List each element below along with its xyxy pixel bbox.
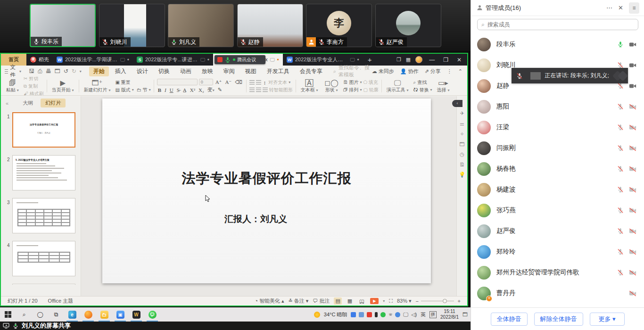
play-options-icon[interactable]: ▾: [383, 299, 385, 303]
outline-tab[interactable]: 大纲: [18, 99, 38, 107]
layout-button[interactable]: ▤ 版式 ▾ 🗀 节 ▾: [115, 87, 150, 93]
wechat-icon[interactable]: 🗩: [144, 307, 160, 322]
member-search-box[interactable]: ⌕: [477, 19, 638, 30]
reading-view-icon[interactable]: 🕮: [358, 298, 366, 305]
clear-format-icon[interactable]: ⌫: [234, 79, 243, 85]
present-tools-button[interactable]: 🖵演示工具 ▾: [385, 79, 411, 93]
smart-graphic-button[interactable]: 转智能图形: [269, 87, 293, 93]
wps-tab-4[interactable]: S2022版法学专...课进程表0801🖵•: [133, 54, 213, 66]
panel-close-icon[interactable]: ✕: [618, 4, 623, 11]
preview-icon[interactable]: 🗔: [55, 68, 60, 74]
tray-qq-icon[interactable]: [395, 312, 400, 317]
video-tile-4[interactable]: 赵静: [237, 4, 303, 47]
play-current-button[interactable]: ▶当页开始 ▾: [50, 79, 76, 93]
zoom-percent[interactable]: 83% ▾: [397, 298, 412, 304]
weather-icon[interactable]: [314, 312, 320, 318]
picture-button[interactable]: 🖻 图片: [343, 79, 359, 86]
member-search-input[interactable]: [487, 21, 634, 28]
zoom-slider[interactable]: [421, 301, 454, 301]
minimize-icon[interactable]: —: [427, 57, 437, 63]
bullet-list-icon[interactable]: [249, 80, 255, 84]
wps-tab-3[interactable]: W2022版法学...学期课程分配表🖵•: [53, 54, 133, 66]
font-size-select[interactable]: 0: [199, 79, 213, 85]
font-color-button[interactable]: ✎: [217, 87, 223, 93]
history-icon[interactable]: ◷: [460, 151, 464, 157]
paste-button[interactable]: 🗐粘贴 ▾: [4, 79, 21, 93]
bold-button[interactable]: B: [157, 87, 162, 93]
highlight-button[interactable]: A̲: [182, 87, 188, 93]
member-row-11[interactable]: 郑玲玲: [471, 241, 644, 262]
menu-tab-会员专享[interactable]: 会员专享: [296, 66, 327, 76]
notes-toggle-button[interactable]: ≛ 备注 ▾: [289, 297, 309, 305]
strikethrough-button[interactable]: S̶: [176, 87, 181, 93]
taskbar-search-icon[interactable]: ⌕: [16, 307, 32, 322]
panel-more-icon[interactable]: ⋯: [606, 4, 612, 11]
save-icon[interactable]: 🖫: [29, 68, 34, 74]
reset-button[interactable]: ▣ 重置: [115, 79, 150, 86]
slides-tab[interactable]: 幻灯片: [41, 99, 66, 107]
sorter-view-icon[interactable]: ▦: [346, 297, 354, 305]
panel-layout-icon[interactable]: ≡: [629, 2, 639, 14]
adjust-icon[interactable]: ⚌: [460, 121, 464, 127]
account-avatar[interactable]: [415, 56, 422, 63]
more-button[interactable]: 更多 ▾: [590, 313, 625, 326]
menu-tab-切换[interactable]: 切换: [154, 66, 174, 76]
tips-icon[interactable]: 💡: [459, 172, 465, 178]
normal-view-icon[interactable]: ▤: [334, 297, 341, 305]
cortana-icon[interactable]: ◯: [32, 307, 48, 322]
member-row-9[interactable]: 张巧燕: [471, 200, 644, 221]
menu-tab-开始[interactable]: 开始: [89, 66, 109, 76]
slide-subtitle-text[interactable]: 汇报人：刘凡义: [102, 213, 409, 225]
format-painter-button[interactable]: 🖌 格式刷: [24, 91, 44, 96]
export-icon[interactable]: ⎙: [38, 68, 42, 74]
notification-center-icon[interactable]: 🗔: [462, 312, 468, 317]
tray-display-icon[interactable]: 🖵: [403, 312, 408, 318]
shrink-font-icon[interactable]: A⁻: [224, 79, 232, 85]
menu-tab-插入[interactable]: 插入: [111, 66, 131, 76]
tray-meeting-icon[interactable]: [351, 312, 356, 317]
cut-button[interactable]: ✂ 剪切: [24, 77, 44, 82]
mute-all-button[interactable]: 全体静音: [491, 313, 528, 326]
collaborate-button[interactable]: 👤 协作: [400, 68, 419, 75]
align-left-icon[interactable]: [249, 88, 255, 92]
wps-tab-2[interactable]: 壳稻壳: [26, 54, 53, 66]
select-button[interactable]: ▭▸选择 ▾: [435, 79, 452, 93]
taskbar-clock[interactable]: 15:112022/8/1: [440, 309, 459, 321]
start-button[interactable]: [0, 307, 16, 322]
fit-window-icon[interactable]: ⛶: [389, 298, 393, 304]
number-list-icon[interactable]: [256, 80, 261, 84]
slide-thumbnail-5[interactable]: [12, 284, 75, 285]
system-tray[interactable]: 🕾 🖵 ◁): [351, 312, 417, 318]
video-tile-1[interactable]: 段丰乐: [30, 4, 96, 47]
menu-tab-视图[interactable]: 视图: [241, 66, 261, 76]
theme-name[interactable]: Office 主题: [48, 297, 74, 305]
ime-mode-icon[interactable]: 拼: [429, 311, 437, 318]
menu-tab-动画[interactable]: 动画: [176, 66, 196, 76]
command-search[interactable]: ⌕ 查找命令、搜索模板: [333, 64, 372, 78]
member-row-4[interactable]: 惠阳: [471, 96, 644, 117]
qat-more-icon[interactable]: ▾: [80, 69, 82, 74]
comments-button[interactable]: 🗩 批注: [313, 297, 330, 305]
video-tile-5[interactable]: 李 李南方: [306, 4, 372, 47]
member-row-13[interactable]: 🕾 曹丹丹: [471, 283, 644, 304]
screencast-icon[interactable]: 🗔: [460, 141, 465, 147]
copy-button[interactable]: ⧉ 复制: [24, 83, 44, 90]
skin-icon[interactable]: ✈: [460, 110, 464, 116]
slideshow-play-button[interactable]: ▶: [370, 298, 379, 304]
tray-app-icon[interactable]: [359, 312, 364, 317]
sync-status[interactable]: ☁ 未同步: [372, 68, 394, 75]
align-right-icon[interactable]: [263, 88, 268, 92]
wps-office-icon[interactable]: W: [128, 307, 144, 322]
meeting-floating-widget[interactable]: 腾讯会议: [215, 55, 265, 64]
subscript-button[interactable]: X₂: [198, 87, 205, 93]
italic-button[interactable]: I: [164, 87, 167, 93]
arrange-button[interactable]: 🗇 排列: [343, 87, 359, 93]
underline-button[interactable]: U: [169, 87, 174, 93]
slide-canvas[interactable]: 法学专业暑假评价工作汇报 汇报人：刘凡义: [102, 99, 431, 283]
collapse-ribbon-icon[interactable]: ⌃: [458, 68, 462, 74]
member-row-12[interactable]: 郑州升达经贸管理学院司伟歌: [471, 262, 644, 283]
grow-font-icon[interactable]: A⁺: [215, 79, 223, 85]
menu-tab-设计[interactable]: 设计: [132, 66, 152, 76]
more-menu-icon[interactable]: ⋮: [447, 68, 452, 74]
firefox-icon[interactable]: [80, 307, 96, 322]
